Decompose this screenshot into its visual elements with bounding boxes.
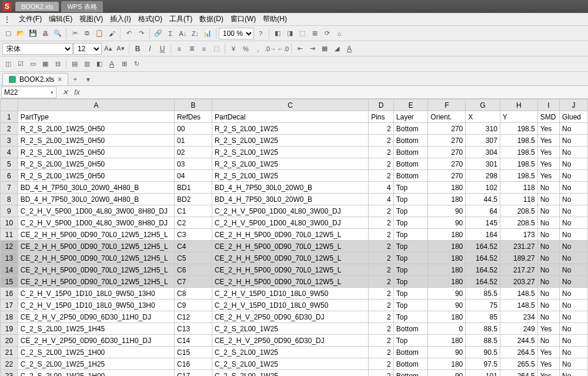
cell[interactable]: Yes xyxy=(537,147,559,158)
cell[interactable]: No xyxy=(559,147,587,158)
cell[interactable]: 203.27 xyxy=(500,276,537,288)
wps-extra3-icon[interactable]: ⬚ xyxy=(296,28,308,39)
tb3-icon-3[interactable]: ▭ xyxy=(27,58,39,70)
cell[interactable]: 264.5 xyxy=(500,347,537,358)
help-icon[interactable]: ? xyxy=(255,28,266,39)
cell[interactable]: C9 xyxy=(175,300,212,311)
row-header[interactable]: 4 xyxy=(1,147,18,158)
cell[interactable]: 164.52 xyxy=(466,252,500,264)
preview-icon[interactable]: 🔍 xyxy=(52,28,64,39)
cell[interactable]: 2 xyxy=(369,252,394,264)
cell[interactable]: 217.27 xyxy=(500,264,537,276)
increase-decimal-icon[interactable]: .0→ xyxy=(265,43,276,55)
cell[interactable]: 75 xyxy=(466,300,500,311)
cell[interactable]: Top xyxy=(393,229,428,241)
cell[interactable]: C_2_S_2L00_1W25 xyxy=(212,370,368,377)
cell[interactable]: 90 xyxy=(428,347,466,358)
cell[interactable]: Top xyxy=(393,300,428,311)
cell[interactable]: 90 xyxy=(428,205,466,217)
cell[interactable]: 88.5 xyxy=(466,323,500,335)
menu-data[interactable]: 数据(D) xyxy=(196,14,227,24)
undo-icon[interactable]: ↶ xyxy=(123,28,135,39)
cell[interactable]: No xyxy=(537,300,559,311)
row-header[interactable]: 19 xyxy=(1,323,18,335)
cell[interactable]: 164.52 xyxy=(466,264,500,276)
cell[interactable]: CE_2_H_H_5P00_0D90_70L0_12W5_L xyxy=(212,252,368,264)
cell[interactable]: 164.52 xyxy=(466,241,500,252)
cell[interactable]: Yes xyxy=(537,158,559,170)
cell[interactable]: C13 xyxy=(175,323,212,335)
col-header-J[interactable]: J xyxy=(559,99,587,111)
cell[interactable]: Top xyxy=(393,182,428,194)
menu-format[interactable]: 格式(O) xyxy=(135,14,166,24)
cell[interactable]: 198.5 xyxy=(500,147,537,158)
cell[interactable]: Bottom xyxy=(393,147,428,158)
name-box-dropdown-icon[interactable]: ▾ xyxy=(51,89,54,95)
menu-edit[interactable]: 编辑(E) xyxy=(45,14,76,24)
cut-icon[interactable]: ✂ xyxy=(69,28,81,39)
cell[interactable]: No xyxy=(559,135,587,147)
cell[interactable]: Yes xyxy=(537,135,559,147)
cell[interactable]: CE_2_H_H_5P00_0D90_70L0_12W5_12H5_L xyxy=(18,264,174,276)
row-header[interactable]: 21 xyxy=(1,347,18,358)
cell[interactable]: 2 xyxy=(369,147,394,158)
cell[interactable]: Y xyxy=(500,111,537,123)
cell[interactable]: 180 xyxy=(428,335,466,347)
cell[interactable]: Yes xyxy=(537,347,559,358)
cell[interactable]: 101 xyxy=(466,370,500,377)
tb3-icon-10[interactable]: ⊞ xyxy=(118,58,130,70)
cell[interactable]: BD2 xyxy=(175,194,212,205)
cell[interactable]: R_2_S_2L00_1W25 xyxy=(212,170,368,182)
cell[interactable]: 310 xyxy=(466,123,500,135)
cell[interactable]: 244.5 xyxy=(500,335,537,347)
cell[interactable]: 2 xyxy=(369,170,394,182)
increase-font-icon[interactable]: A▴ xyxy=(102,43,114,55)
cell[interactable]: 304 xyxy=(466,147,500,158)
cell[interactable]: C_2_S_2L00_1W25 xyxy=(212,323,368,335)
cell[interactable]: No xyxy=(537,241,559,252)
cell[interactable]: 298 xyxy=(466,170,500,182)
cell[interactable]: No xyxy=(537,335,559,347)
cell[interactable]: C15 xyxy=(175,347,212,358)
outdent-icon[interactable]: ⇥ xyxy=(306,43,318,55)
cell[interactable]: 90 xyxy=(428,217,466,229)
currency-icon[interactable]: ¥ xyxy=(228,43,239,55)
tb3-icon-6[interactable]: ▤ xyxy=(69,58,81,70)
cell[interactable]: No xyxy=(559,170,587,182)
wps-extra2-icon[interactable]: ◨ xyxy=(284,28,296,39)
cell[interactable]: BD_4_H_7P50_30L0_20W0_B xyxy=(212,182,368,194)
menu-file[interactable]: 文件(F) xyxy=(15,14,45,24)
cell[interactable]: No xyxy=(559,323,587,335)
cell[interactable]: No xyxy=(537,229,559,241)
cell[interactable]: Bottom xyxy=(393,323,428,335)
cell[interactable]: No xyxy=(559,276,587,288)
cell[interactable]: No xyxy=(559,205,587,217)
row-header[interactable]: 13 xyxy=(1,252,18,264)
cell[interactable]: R_2_S_2L00_1W25_0H50 xyxy=(18,158,174,170)
cell[interactable]: Top xyxy=(393,252,428,264)
cell[interactable]: SMD xyxy=(537,111,559,123)
wps-extra6-icon[interactable]: ⌂ xyxy=(333,28,345,39)
cell[interactable]: No xyxy=(559,158,587,170)
cell[interactable]: No xyxy=(559,347,587,358)
cell[interactable]: CE_2_H_H_5P00_0D90_70L0_12W5_L xyxy=(212,241,368,252)
cell[interactable]: C_2_H_V_5P00_1D00_4L80_3W00_DJ xyxy=(212,217,368,229)
cell[interactable]: 270 xyxy=(428,123,466,135)
tb3-icon-9[interactable]: A xyxy=(106,58,118,70)
copy-icon[interactable]: ⧉ xyxy=(81,28,93,39)
cell[interactable]: C_2_H_V_5P00_1D00_4L80_3W00_8H80_DJ xyxy=(18,205,174,217)
cell[interactable]: 2 xyxy=(369,205,394,217)
cell[interactable]: 180 xyxy=(428,194,466,205)
cell[interactable]: 198.5 xyxy=(500,170,537,182)
cell[interactable]: CE_2_H_V_2P50_0D90_6D30_11H0_DJ xyxy=(18,311,174,323)
menu-help[interactable]: 帮助(H) xyxy=(259,14,290,24)
row-header[interactable]: 9 xyxy=(1,205,18,217)
zoom-select[interactable]: 100 % xyxy=(219,28,254,39)
row-header[interactable]: 3 xyxy=(1,135,18,147)
sort-asc-icon[interactable]: A↓ xyxy=(177,28,189,39)
cell[interactable]: R_2_S_2L00_1W25_0H50 xyxy=(18,123,174,135)
cell[interactable]: C_2_H_V_15P0_1D10_18L0_9W50_13H0 xyxy=(18,300,174,311)
cell[interactable]: Yes xyxy=(537,370,559,377)
cell[interactable]: 2 xyxy=(369,288,394,300)
fill-color-icon[interactable]: ◢ xyxy=(331,43,343,55)
